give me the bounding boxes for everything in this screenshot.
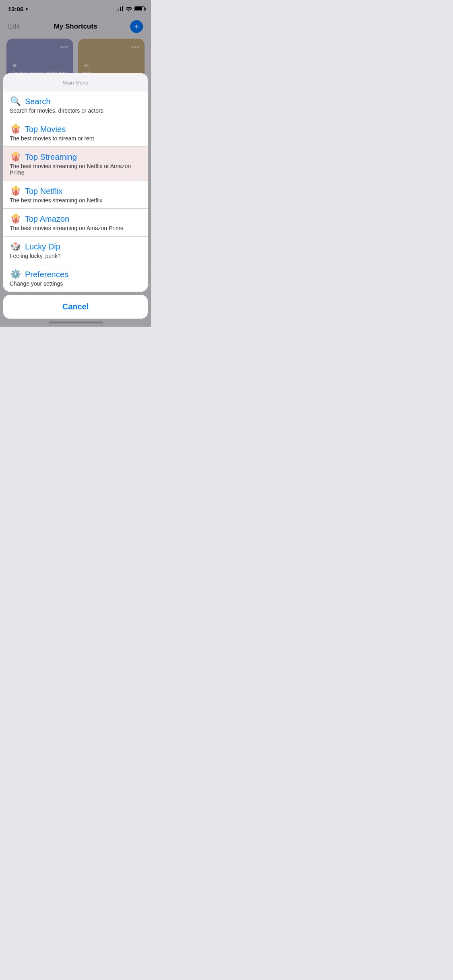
menu-item-preferences-title: Preferences	[25, 270, 68, 279]
menu-header: Main Menu	[3, 73, 148, 91]
menu-item-top-netflix-title: Top Netflix	[25, 187, 62, 196]
preferences-icon: ⚙️	[10, 269, 21, 280]
menu-item-top-netflix[interactable]: 🍿 Top Netflix The best movies streaming …	[3, 181, 148, 209]
menu-item-top-amazon[interactable]: 🍿 Top Amazon The best movies streaming o…	[3, 209, 148, 237]
menu-item-lucky-dip-subtitle: Feeling lucky, punk?	[10, 253, 141, 259]
main-menu-sheet: Main Menu 🔍 Search Search for movies, di…	[3, 73, 148, 292]
modal-overlay: Main Menu 🔍 Search Search for movies, di…	[0, 0, 151, 327]
menu-item-top-movies-title: Top Movies	[25, 125, 66, 134]
menu-item-search-subtitle: Search for movies, directors or actors	[10, 107, 141, 114]
menu-item-lucky-dip[interactable]: 🎲 Lucky Dip Feeling lucky, punk?	[3, 237, 148, 264]
menu-item-search[interactable]: 🔍 Search Search for movies, directors or…	[3, 91, 148, 119]
menu-item-search-title: Search	[25, 97, 50, 106]
menu-item-lucky-dip-title: Lucky Dip	[25, 242, 60, 251]
menu-header-text: Main Menu	[62, 80, 88, 86]
menu-item-top-streaming-subtitle: The best movies streaming on Netflix or …	[10, 163, 141, 176]
menu-item-top-amazon-title: Top Amazon	[25, 214, 69, 224]
menu-item-top-movies[interactable]: 🍿 Top Movies The best movies to stream o…	[3, 119, 148, 147]
home-indicator	[49, 321, 103, 323]
menu-item-top-netflix-subtitle: The best movies streaming on Netflix	[10, 197, 141, 204]
search-icon: 🔍	[10, 96, 21, 107]
menu-item-top-streaming[interactable]: 🍿 Top Streaming The best movies streamin…	[3, 147, 148, 181]
top-streaming-icon: 🍿	[10, 152, 21, 162]
top-amazon-icon: 🍿	[10, 214, 21, 224]
menu-item-top-streaming-title: Top Streaming	[25, 152, 77, 162]
menu-item-top-movies-subtitle: The best movies to stream or rent	[10, 135, 141, 142]
top-netflix-icon: 🍿	[10, 186, 21, 196]
menu-item-top-amazon-subtitle: The best movies streaming on Amazon Prim…	[10, 225, 141, 231]
cancel-sheet[interactable]: Cancel	[3, 295, 148, 319]
menu-item-preferences-subtitle: Change your settings	[10, 280, 141, 287]
menu-item-preferences[interactable]: ⚙️ Preferences Change your settings	[3, 264, 148, 292]
cancel-button[interactable]: Cancel	[62, 302, 89, 311]
top-movies-icon: 🍿	[10, 124, 21, 134]
lucky-dip-icon: 🎲	[10, 241, 21, 252]
